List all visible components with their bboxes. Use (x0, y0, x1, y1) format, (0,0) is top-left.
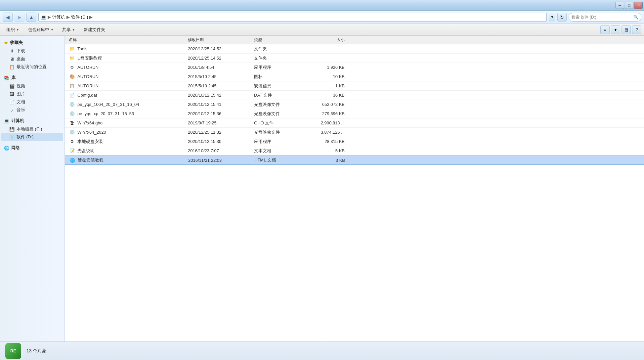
table-row[interactable]: 📝 光盘说明 2016/10/23 7:07 文本文档 5 KB (65, 146, 644, 156)
path-sep-1: ▶ (48, 15, 51, 20)
sidebar-item-drive-d[interactable]: 💿 软件 (D:) (1, 133, 63, 141)
file-type-11: 文本文档 (251, 148, 304, 154)
file-date-12: 2016/11/21 22:03 (186, 158, 252, 163)
help-button[interactable]: ? (632, 25, 641, 34)
file-date-10: 2020/10/12 15:30 (185, 139, 251, 144)
sidebar-favorites-header[interactable]: ★ 收藏夹 (1, 38, 63, 47)
file-type-1: 文件夹 (251, 55, 304, 61)
view-dropdown-button[interactable]: ▼ (611, 25, 620, 34)
organize-label: 组织 (6, 27, 15, 33)
col-header-name[interactable]: 名称 (66, 37, 185, 43)
file-list-header: 名称 修改日期 类型 大小 (65, 36, 644, 44)
back-button[interactable]: ◀ (3, 13, 13, 22)
file-rows-container: 📁 Tools 2020/12/25 14:52 文件夹 📁 U盘安装教程 20… (65, 44, 644, 165)
table-row[interactable]: 🌐 硬盘安装教程 2016/11/21 22:03 HTML 文档 3 KB (65, 156, 644, 165)
file-size-5: 36 KB (304, 93, 347, 98)
file-name-7: pe_yqs_xp_20_07_31_15_53 (77, 111, 134, 116)
table-row[interactable]: 📋 AUTORUN 2015/5/10 2:45 安装信息 1 KB (65, 81, 644, 91)
title-bar: ─ □ ✕ (0, 0, 644, 11)
sidebar-item-video[interactable]: 🎬 视频 (1, 82, 63, 90)
minimize-button[interactable]: ─ (616, 2, 624, 9)
file-name-1: U盘安装教程 (77, 55, 102, 61)
sidebar-section-library: 📚 库 🎬 视频 🖼 图片 📄 文档 ♪ 音乐 (1, 73, 63, 114)
file-size-2: 1,926 KB (304, 65, 347, 70)
table-row[interactable]: 📁 U盘安装教程 2020/12/25 14:52 文件夹 (65, 54, 644, 63)
computer-icon: 💻 (4, 118, 9, 123)
file-size-3: 10 KB (304, 74, 347, 79)
file-icon-10: ⚙ (69, 138, 75, 145)
file-icon-4: 📋 (69, 83, 75, 89)
up-button[interactable]: ▲ (26, 13, 36, 22)
file-size-9: 3,874,126 ... (304, 130, 347, 135)
path-drive-label[interactable]: 软件 (D:) (71, 14, 88, 20)
file-type-4: 安装信息 (251, 83, 304, 89)
sidebar-item-picture[interactable]: 🖼 图片 (1, 90, 63, 98)
file-icon-7: 💿 (69, 111, 75, 117)
refresh-button[interactable]: ↻ (557, 13, 567, 22)
new-folder-button[interactable]: 新建文件夹 (80, 25, 109, 34)
file-type-9: 光盘映像文件 (251, 129, 304, 135)
file-date-3: 2015/5/10 2:45 (185, 74, 251, 79)
path-computer-icon: 💻 (41, 15, 46, 20)
include-library-label: 包含到库中 (28, 27, 49, 33)
address-path: 💻 ▶ 计算机 ▶ 软件 (D:) ▶ (38, 13, 547, 22)
sidebar-item-desktop[interactable]: 🖥 桌面 (1, 55, 63, 63)
sidebar-item-downloads[interactable]: ⬇ 下载 (1, 47, 63, 55)
file-type-3: 图标 (251, 74, 304, 80)
view-list-button[interactable]: ≡ (600, 25, 610, 34)
table-row[interactable]: 📄 Config.dat 2020/10/12 15:42 DAT 文件 36 … (65, 91, 644, 100)
logo-text: RE (10, 348, 16, 353)
sidebar-item-music[interactable]: ♪ 音乐 (1, 106, 63, 114)
sidebar-computer-header[interactable]: 💻 计算机 (1, 116, 63, 125)
sidebar-item-recent[interactable]: 📋 最近访问的位置 (1, 63, 63, 71)
organize-button[interactable]: 组织 ▼ (3, 25, 23, 34)
file-icon-12: 🌐 (69, 157, 76, 163)
video-icon: 🎬 (9, 83, 15, 89)
picture-label: 图片 (17, 91, 25, 97)
path-computer-label[interactable]: 计算机 (52, 14, 65, 20)
file-type-6: 光盘映像文件 (251, 102, 304, 108)
share-button[interactable]: 共享 ▼ (59, 25, 79, 34)
include-library-button[interactable]: 包含到库中 ▼ (24, 25, 57, 34)
sidebar-section-network: 🌐 网络 (1, 144, 63, 152)
table-row[interactable]: 🗜 Win7x64.gho 2019/9/7 19:25 GHO 文件 2,90… (65, 118, 644, 128)
path-sep-2: ▶ (66, 15, 70, 20)
col-header-date[interactable]: 修改日期 (185, 37, 251, 43)
drive-c-icon: 💾 (9, 126, 15, 132)
sidebar-library-header[interactable]: 📚 库 (1, 73, 63, 82)
table-row[interactable]: ⚙ 本地硬盘安装 2020/10/12 15:30 应用程序 28,315 KB (65, 137, 644, 146)
file-type-2: 应用程序 (251, 65, 304, 70)
recent-icon: 📋 (9, 64, 15, 69)
search-input[interactable] (572, 15, 632, 20)
close-button[interactable]: ✕ (634, 2, 643, 9)
file-size-4: 1 KB (304, 83, 347, 88)
col-header-size[interactable]: 大小 (304, 37, 347, 43)
file-icon-2: ⚙ (69, 64, 75, 71)
address-dropdown-button[interactable]: ▼ (549, 13, 555, 22)
table-row[interactable]: 💿 pe_yqs_xp_20_07_31_15_53 2020/10/12 15… (65, 109, 644, 118)
drive-d-icon: 💿 (9, 134, 15, 140)
desktop-icon: 🖥 (9, 56, 15, 62)
table-row[interactable]: 💿 Win7x64_2020 2020/12/25 11:32 光盘映像文件 3… (65, 128, 644, 137)
maximize-button[interactable]: □ (625, 2, 633, 9)
file-date-6: 2020/10/12 15:41 (185, 102, 251, 107)
forward-button[interactable]: ▶ (15, 13, 24, 22)
file-name-8: Win7x64.gho (77, 120, 103, 125)
new-folder-label: 新建文件夹 (84, 27, 105, 33)
sidebar-section-favorites: ★ 收藏夹 ⬇ 下载 🖥 桌面 📋 最近访问的位置 (1, 38, 63, 71)
sidebar-item-drive-c[interactable]: 💾 本地磁盘 (C:) (1, 125, 63, 133)
sidebar-item-doc[interactable]: 📄 文档 (1, 98, 63, 106)
table-row[interactable]: ⚙ AUTORUN 2016/1/8 4:54 应用程序 1,926 KB (65, 63, 644, 72)
table-row[interactable]: 📁 Tools 2020/12/25 14:52 文件夹 (65, 44, 644, 54)
col-header-type[interactable]: 类型 (251, 37, 304, 43)
organize-dropdown-arrow: ▼ (16, 28, 19, 31)
drive-c-label: 本地磁盘 (C:) (17, 126, 42, 132)
downloads-icon: ⬇ (9, 48, 15, 54)
file-icon-0: 📁 (69, 46, 75, 52)
preview-pane-button[interactable]: ▤ (622, 25, 631, 34)
file-date-5: 2020/10/12 15:42 (185, 93, 251, 98)
table-row[interactable]: 🎨 AUTORUN 2015/5/10 2:45 图标 10 KB (65, 72, 644, 81)
file-icon-5: 📄 (69, 92, 75, 99)
table-row[interactable]: 💿 pe_yqs_1064_20_07_31_16_04 2020/10/12 … (65, 100, 644, 109)
sidebar-network-header[interactable]: 🌐 网络 (1, 144, 63, 152)
